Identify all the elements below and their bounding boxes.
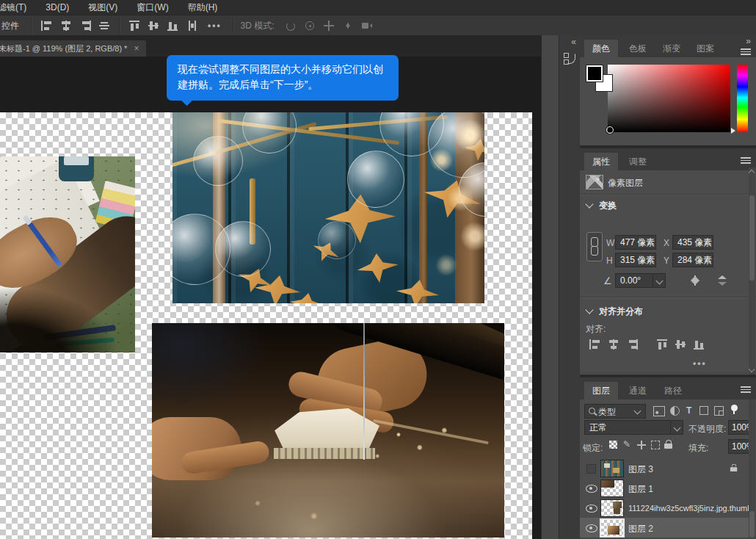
filter-toggle-icon[interactable] [731,405,738,411]
blend-mode-chevron[interactable] [670,420,683,435]
menu-3d[interactable]: 3D(D) [36,0,79,15]
properties-scrollbar[interactable] [749,167,755,375]
flip-vertical-icon[interactable] [716,275,728,286]
menu-filter[interactable]: 滤镜(T) [0,0,36,15]
layers-scrollbar-thumb[interactable] [749,511,755,538]
visibility-eye-icon[interactable] [586,485,597,493]
section-divider [580,194,756,195]
lock-transparent-pixels-icon[interactable] [609,441,617,449]
blend-mode-dropdown[interactable]: 正常 [584,420,671,435]
lock-all-icon[interactable] [664,440,673,449]
tab-properties[interactable]: 属性 [584,153,618,170]
align-horizontal-centers-icon[interactable] [60,21,72,31]
align-right-edges-icon[interactable] [79,21,91,31]
scroll-down-icon[interactable] [749,366,755,372]
transform-collapse-icon[interactable] [585,200,593,208]
distribute-vertical-icon[interactable] [98,21,110,31]
color-picker-ring[interactable] [606,126,614,134]
layer-row-selected[interactable]: 图层 2 [580,518,749,538]
distribute-horizontal-icon[interactable] [186,21,198,31]
align-left-edges-icon[interactable] [589,339,601,350]
layers-scrollbar[interactable] [749,399,755,539]
document-tab[interactable]: 未标题-1 @ 119% (图层 2, RGB/8) * × [0,40,146,57]
photo-layer-crane-panels-chandelier[interactable] [172,112,484,303]
layer-thumbnail-selected[interactable] [600,519,624,537]
tab-swatches[interactable]: 色板 [621,40,655,57]
color-panel-menu-icon[interactable] [741,48,751,55]
align-bottom-edges-icon[interactable] [167,21,179,31]
3d-pan-icon[interactable] [324,21,334,31]
menu-help[interactable]: 帮助(H) [178,0,228,15]
photo-layer-tattoo-hand-drawing[interactable] [0,156,135,352]
align-collapse-icon[interactable] [585,305,593,314]
expand-dock-icon[interactable]: » [746,36,751,46]
height-input[interactable]: 315 像素 [615,253,656,267]
visibility-eye-icon[interactable] [586,504,597,513]
lock-position-icon[interactable] [637,441,646,449]
layer-row[interactable]: 图层 3 [580,458,749,479]
3d-camera-icon[interactable] [362,21,372,31]
x-input[interactable]: 435 像素 [672,235,713,250]
color-saturation-brightness-field[interactable] [608,65,730,132]
angle-dropdown[interactable] [653,273,666,288]
tab-paths[interactable]: 路径 [656,382,690,399]
align-left-edges-icon[interactable] [41,21,53,31]
hue-slider-marker[interactable] [731,128,735,134]
foreground-color-swatch[interactable] [586,65,603,82]
filter-type-layers-icon[interactable]: T [686,406,697,415]
align-top-edges-icon[interactable] [657,339,669,350]
y-input[interactable]: 284 像素 [672,253,713,267]
angle-input[interactable]: 0.00° [615,273,653,288]
3d-slide-icon[interactable] [343,21,353,31]
tab-layers[interactable]: 图层 [584,382,618,399]
visibility-toggle-empty[interactable] [586,464,596,474]
layers-panel-menu-icon[interactable] [741,386,751,393]
more-align-options-icon[interactable]: ••• [208,21,222,31]
collapse-dock-icon[interactable]: « [571,37,576,47]
tab-channels[interactable]: 通道 [621,382,655,399]
learn-panel-icon[interactable] [564,51,575,65]
tab-adjustments[interactable]: 调整 [621,153,655,170]
tab-gradients[interactable]: 渐变 [655,40,688,57]
lock-image-pixels-icon[interactable]: ✎ [623,440,633,449]
visibility-eye-icon[interactable] [586,524,597,532]
layer-row[interactable]: 111224ihw3z5cwfl3j5inz.jpg.thumb [580,498,749,518]
menu-view[interactable]: 视图(V) [79,0,127,15]
hue-slider[interactable] [737,65,748,132]
link-dimensions-button[interactable] [586,232,603,261]
menu-window[interactable]: 窗口(W) [127,0,178,15]
filter-smart-objects-icon[interactable] [714,406,724,416]
layer-name[interactable]: 图层 2 [628,523,653,535]
layer-name[interactable]: 111224ihw3z5cwfl3j5inz.jpg.thumb [628,504,752,513]
scroll-up-icon[interactable] [749,170,755,176]
layer-row[interactable]: 图层 1 [580,478,749,499]
filter-shape-layers-icon[interactable] [699,406,708,415]
filter-pixel-layers-icon[interactable] [653,406,665,416]
align-horizontal-centers-icon[interactable] [608,339,619,350]
layer-thumbnail[interactable] [600,480,624,497]
3d-orbit-icon[interactable] [286,21,296,31]
more-align-icon[interactable]: ••• [693,358,707,369]
filter-adjustment-layers-icon[interactable] [670,406,680,416]
align-bottom-edges-icon[interactable] [694,339,705,350]
layer-name[interactable]: 图层 3 [628,463,653,476]
align-vertical-centers-icon[interactable] [675,339,687,350]
layer-thumbnail[interactable] [600,460,624,477]
layer-filter-type-dropdown[interactable]: 类型 [584,404,646,419]
layer-thumbnail[interactable] [600,499,624,517]
properties-scrollbar-thumb[interactable] [749,195,755,281]
width-input[interactable]: 477 像素 [615,235,656,250]
layer-name[interactable]: 图层 1 [628,483,653,496]
align-vertical-centers-icon[interactable] [148,21,160,31]
3d-roll-icon[interactable] [305,21,315,31]
tab-close-icon[interactable]: × [134,43,139,54]
lock-artboard-icon[interactable] [651,441,660,449]
properties-panel-menu-icon[interactable] [741,157,751,164]
tab-color[interactable]: 颜色 [584,40,618,57]
align-right-edges-icon[interactable] [626,339,638,350]
align-top-edges-icon[interactable] [129,21,141,31]
flip-horizontal-icon[interactable] [687,275,703,286]
photo-layer-sawing-hands[interactable] [152,323,504,538]
tab-patterns[interactable]: 图案 [688,40,722,57]
show-transform-controls-label[interactable]: 控件 [0,20,26,32]
